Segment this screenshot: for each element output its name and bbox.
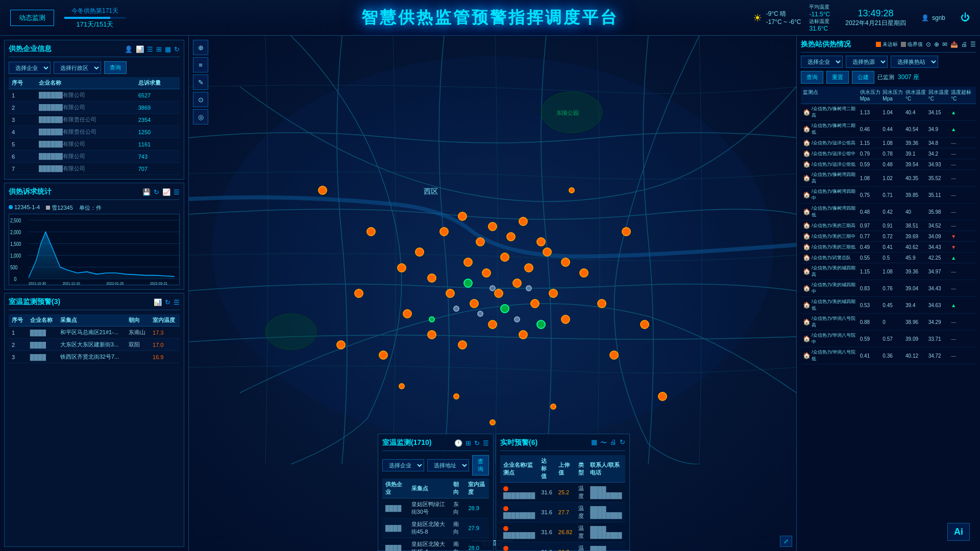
map-pin-gray-1[interactable] — [477, 311, 483, 317]
map-expand-button[interactable]: ⤢ — [780, 536, 792, 547]
right-heat-select[interactable]: 选择热源 — [846, 56, 888, 68]
list-item[interactable]: 🏠/众信热力/武警总队 0.55 0.5 45.9 42.25 ▲ — [801, 253, 976, 263]
save-icon[interactable]: 💾 — [142, 188, 151, 196]
list-item[interactable]: 🏠/众信热力/远洋公馆高 1.15 1.08 39.36 34.8 — — [801, 138, 976, 148]
refresh-icon5[interactable]: ↻ — [620, 438, 625, 447]
right-icon2[interactable]: ⊕ — [934, 41, 939, 48]
list-item[interactable]: 🏠/众信热力/像树湾二期高 1.13 1.04 40.4 34.15 ▲ — [801, 104, 976, 121]
right-company-select[interactable]: 选择企业 — [801, 56, 843, 68]
table-row[interactable]: ████████31.627.7温度████ ████████ — [500, 503, 625, 522]
list-item[interactable]: 🏠/众信热力/像树湾四期低 0.48 0.42 40 35.98 — — [801, 204, 976, 220]
list-item[interactable]: 🏠/众信热力/像树湾四期中 0.75 0.71 39.85 35.11 — — [801, 187, 976, 204]
refresh-icon4[interactable]: ↻ — [474, 439, 480, 447]
map-pin-40[interactable] — [569, 187, 575, 193]
map-pin-23[interactable] — [427, 273, 436, 283]
map-pin-12[interactable] — [543, 247, 552, 257]
map-pin-31[interactable] — [488, 320, 497, 329]
map-pin-18[interactable] — [530, 299, 540, 308]
list-icon2[interactable]: ☰ — [174, 188, 180, 196]
right-icon4[interactable]: 📤 — [950, 41, 958, 48]
map-pin-44[interactable] — [399, 383, 405, 389]
table-row[interactable]: 6██████有限公司743 — [9, 151, 180, 163]
chart-icon[interactable]: 📊 — [136, 45, 144, 53]
map-pin-14[interactable] — [446, 289, 455, 298]
rt-company-select[interactable]: 选择企业 — [382, 459, 424, 471]
map-pin-5[interactable] — [506, 232, 516, 241]
map-pin-30[interactable] — [458, 340, 467, 349]
list-icon[interactable]: ☰ — [147, 45, 153, 53]
wave-icon[interactable]: 〜 — [600, 438, 607, 447]
company-query-button[interactable]: 查询 — [104, 61, 127, 74]
grid-icon[interactable]: ⊞ — [156, 45, 162, 53]
map-pin-11[interactable] — [524, 263, 533, 272]
map-pin-21[interactable] — [415, 247, 424, 257]
list-icon3[interactable]: ☰ — [174, 298, 180, 306]
district-select[interactable]: 选择行政区 — [54, 62, 101, 74]
table-row[interactable]: 2████大东区大东区建新街3...双阳17.0 — [9, 339, 180, 351]
right-icon1[interactable]: ⊙ — [926, 41, 931, 48]
list-item[interactable]: 🏠/众信热力/华润八号院低 0.41 0.36 40.12 34.72 — — [801, 347, 976, 364]
list-item[interactable]: 🏠/众信热力/像树湾二期低 0.46 0.44 40.54 34.9 ▲ — [801, 121, 976, 138]
map-pin-19[interactable] — [549, 289, 558, 298]
map-pin-gray-3[interactable] — [489, 285, 496, 291]
table-icon[interactable]: ▦ — [165, 45, 171, 53]
right-icon5[interactable]: 🖨 — [961, 41, 967, 48]
map-pin-10[interactable] — [482, 268, 491, 278]
map-pin-gray-4[interactable] — [453, 306, 459, 312]
map-pin-25[interactable] — [366, 227, 376, 236]
map-pin-green-1[interactable] — [500, 304, 509, 313]
map-pin-17[interactable] — [512, 279, 522, 288]
map-layers-button[interactable]: ≡ — [193, 57, 208, 72]
table-row[interactable]: ████████31.626.82温度████ ████████ — [500, 522, 625, 542]
map-pin-22[interactable] — [397, 263, 406, 272]
map-pin-6[interactable] — [519, 217, 528, 226]
rt-query-button[interactable]: 查询 — [472, 455, 489, 475]
right-station-select[interactable]: 选择换热站 — [891, 56, 938, 68]
list-item[interactable]: 🏠/众信热力/像树湾四期高 1.08 1.02 40.35 35.52 — — [801, 170, 976, 187]
map-pin-green-4[interactable] — [429, 316, 435, 322]
list-item[interactable]: 🏠/众信热力/美的三期低 0.49 0.41 40.62 34.43 ▼ — [801, 242, 976, 253]
bar-icon[interactable]: ▦ — [591, 438, 597, 447]
map-pin-9[interactable] — [463, 258, 473, 267]
bar-chart-icon[interactable]: 📊 — [154, 298, 162, 306]
dynamic-monitor-button[interactable]: 动态监测 — [10, 10, 54, 26]
zoom-in-button[interactable]: ⊕ — [193, 40, 208, 55]
ai-button[interactable]: Ai — [947, 523, 970, 541]
table-row[interactable]: ████皇姑区北陵大街45-4南向28.0 — [382, 538, 489, 552]
table-row[interactable]: 1████和平区马总南区21#1-...东南山17.3 — [9, 327, 180, 339]
map-pin-16[interactable] — [494, 289, 503, 298]
table-row[interactable]: ████████31.626.7温度████ ████████ — [500, 542, 625, 552]
map-pin-27[interactable] — [336, 340, 346, 349]
right-icon6[interactable]: ☰ — [970, 41, 976, 48]
map-draw-button[interactable]: ✎ — [193, 74, 208, 90]
list-item[interactable]: 🏠/众信热力/美的三期中 0.77 0.72 39.69 34.09 ▼ — [801, 231, 976, 242]
map-pin-green-3[interactable] — [536, 320, 546, 329]
map-pin-7[interactable] — [536, 237, 546, 246]
map-pin-35[interactable] — [622, 227, 631, 236]
right-icon3[interactable]: ✉ — [942, 41, 947, 48]
table-row[interactable]: 1██████有限公司6527 — [9, 89, 180, 102]
map-pin-29[interactable] — [427, 330, 436, 339]
company-select[interactable]: 选择企业 — [9, 62, 51, 74]
map-pin-38[interactable] — [318, 186, 327, 195]
list-item[interactable]: 🏠/众信热力/远洋公馆中 0.79 0.78 39.1 34.2 — — [801, 148, 976, 159]
clock-icon[interactable]: 🕐 — [454, 439, 462, 447]
map-pin-37[interactable] — [640, 320, 649, 329]
map-pin-43[interactable] — [453, 393, 459, 399]
refresh-icon3[interactable]: ↻ — [165, 298, 170, 306]
right-pub-btn[interactable]: 公建 — [852, 71, 874, 84]
map-pin-gray-2[interactable] — [514, 316, 520, 322]
table-row[interactable]: 3██████有限责任公司2354 — [9, 114, 180, 126]
rt-addr-select[interactable]: 选择地址 — [427, 459, 469, 471]
map-circle-button[interactable]: ◎ — [193, 109, 208, 124]
list-item[interactable]: 🏠/众信热力/远洋公馆低 0.59 0.48 39.54 34.93 — — [801, 159, 976, 170]
list-item[interactable]: 🏠/众信热力/华润八号院高 0.88 0 38.96 34.29 — — [801, 314, 976, 331]
map-pin-green-2[interactable] — [463, 279, 473, 288]
list-item[interactable]: 🏠/众信热力/华润八号院中 0.59 0.57 39.09 33.71 — — [801, 331, 976, 347]
list-item[interactable]: 🏠/众信热力/美的城四期中 0.83 0.76 39.04 34.43 — — [801, 280, 976, 297]
map-pin-20[interactable] — [579, 268, 589, 278]
map-pin-15[interactable] — [470, 299, 479, 308]
map-locate-button[interactable]: ⊙ — [193, 92, 208, 107]
map-pin-42[interactable] — [489, 419, 496, 425]
table-row[interactable]: 3████铁西区齐贤北街32号7...16.9 — [9, 351, 180, 363]
